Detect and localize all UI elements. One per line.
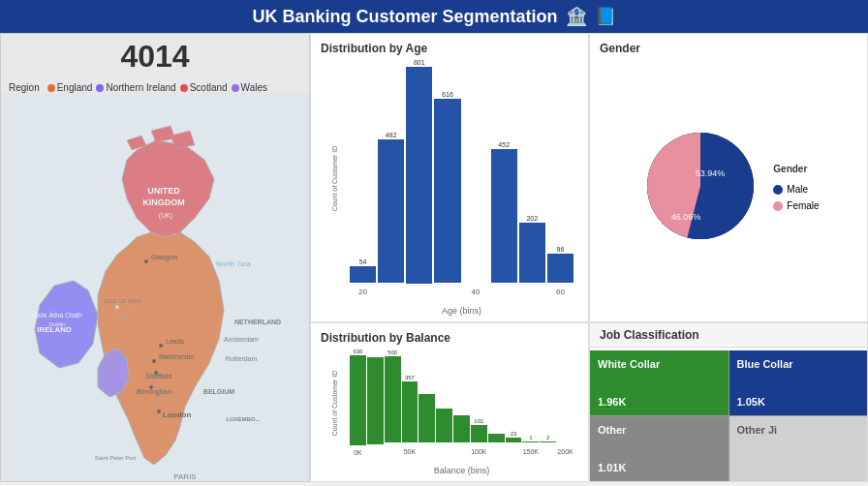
bank-icon: 🏦 xyxy=(566,6,587,27)
male-dot xyxy=(773,185,783,195)
svg-text:Baile Átha Cliath: Baile Átha Cliath xyxy=(32,311,82,319)
age-bar-value-label: 54 xyxy=(359,258,367,265)
wales-dot xyxy=(232,84,239,92)
svg-point-8 xyxy=(152,359,156,363)
age-bar-value-label: 801 xyxy=(414,59,425,66)
svg-text:Glasgow: Glasgow xyxy=(151,254,178,261)
age-bar-x-label: 60 xyxy=(556,285,565,298)
age-bar-rect xyxy=(547,254,574,283)
region-legend: Region England Northern Ireland Scotland… xyxy=(9,82,309,93)
svg-text:ISLE OF MAN: ISLE OF MAN xyxy=(105,298,141,304)
map-svg: UNITED KINGDOM (UK) IRELAND Baile Átha C… xyxy=(1,34,309,481)
svg-text:Saint Peter Port: Saint Peter Port xyxy=(95,455,137,461)
balance-bar-value-label: 101 xyxy=(474,418,483,424)
balance-bar-value-label: 357 xyxy=(405,375,415,380)
legend-northern-ireland: Northern Ireland xyxy=(96,82,175,93)
balance-bar-group: 1150K xyxy=(522,349,539,458)
age-bar-rect xyxy=(491,149,517,283)
svg-text:46.06%: 46.06% xyxy=(671,212,701,222)
svg-text:LUXEMBO...: LUXEMBO... xyxy=(226,416,260,422)
job-other-ji: Other Ji xyxy=(729,416,868,481)
svg-text:Amsterdam: Amsterdam xyxy=(224,336,259,343)
age-bar-rect xyxy=(434,99,460,283)
female-dot xyxy=(773,201,783,211)
book-icon: 📘 xyxy=(595,6,616,27)
age-bar-group: 452 xyxy=(491,59,517,298)
balance-bar-group xyxy=(488,349,505,458)
balance-bar-value-label: 1 xyxy=(529,435,532,440)
svg-text:Birmingham: Birmingham xyxy=(137,388,173,396)
age-y-label: Count of Customer ID xyxy=(332,146,339,212)
svg-point-18 xyxy=(115,305,119,309)
balance-bar-group: 2 xyxy=(540,349,556,458)
balance-bar-group xyxy=(367,349,384,458)
job-other: Other 1.01K xyxy=(590,416,728,481)
age-bar-group: 482 xyxy=(378,59,404,298)
gender-pie: 53.94% 46.06% xyxy=(637,123,763,253)
age-bar-x-label: 20 xyxy=(358,285,367,298)
age-bar-x-label: 40 xyxy=(472,285,480,298)
svg-text:Dublin: Dublin xyxy=(48,321,65,327)
balance-bar-value-label: 636 xyxy=(353,349,362,354)
england-label: England xyxy=(57,82,93,93)
svg-text:Leeds: Leeds xyxy=(166,338,185,345)
white-collar-title: White Collar xyxy=(598,358,721,370)
svg-text:North Sea: North Sea xyxy=(216,259,252,268)
other-title: Other xyxy=(598,424,721,436)
legend-england: England xyxy=(47,82,93,93)
scotland-dot xyxy=(180,84,188,92)
legend-scotland: Scotland xyxy=(180,82,228,93)
age-bar-rect xyxy=(378,139,404,283)
svg-point-14 xyxy=(157,410,161,413)
svg-text:London: London xyxy=(163,410,191,419)
balance-x-label: Balance (bins) xyxy=(350,466,574,475)
age-bar-value-label: 96 xyxy=(557,246,565,253)
map-panel: 4014 Region England Northern Ireland Sco… xyxy=(0,33,310,482)
blue-collar-title: Blue Collar xyxy=(737,358,860,370)
balance-bar-group: 6360K xyxy=(350,349,366,458)
svg-text:Manchester: Manchester xyxy=(159,353,195,360)
svg-point-6 xyxy=(159,344,163,348)
page-header: UK Banking Customer Segmentation 🏦 📘 xyxy=(0,0,868,33)
gender-legend-title: Gender xyxy=(773,164,819,174)
balance-bar-x-label: 100K xyxy=(471,444,486,458)
svg-text:PARIS: PARIS xyxy=(173,472,196,481)
age-bar-rect xyxy=(350,266,376,283)
balance-bar-rect xyxy=(402,381,418,442)
gender-chart: 53.94% 46.06% Gender Male Female xyxy=(600,59,857,316)
balance-bar-rect xyxy=(350,355,366,445)
svg-text:KINGDOM: KINGDOM xyxy=(142,197,185,207)
job-white-collar: White Collar 1.96K xyxy=(590,350,728,415)
balance-bar-rect xyxy=(418,394,435,442)
northern-ireland-dot xyxy=(96,84,104,92)
balance-bar-group: 35750K xyxy=(402,349,418,458)
balance-bar-rect xyxy=(488,434,505,442)
balance-bar-rect xyxy=(385,356,401,442)
blue-collar-value: 1.05K xyxy=(737,396,860,408)
balance-bar-value-label: 500 xyxy=(388,349,397,355)
gender-legend: Gender Male Female xyxy=(773,164,819,211)
scotland-label: Scotland xyxy=(190,82,228,93)
svg-text:(UK): (UK) xyxy=(159,212,172,220)
customer-count-section: 4014 xyxy=(120,39,189,75)
age-bars: 5420482801616404522029660 xyxy=(350,59,574,298)
header-title: UK Banking Customer Segmentation xyxy=(252,7,557,27)
gender-panel-title: Gender xyxy=(600,42,857,55)
customer-count-value: 4014 xyxy=(120,39,189,75)
age-distribution-panel: Distribution by Age Count of Customer ID… xyxy=(310,33,589,322)
svg-point-16 xyxy=(144,259,148,263)
balance-bar-group: 101100K xyxy=(471,349,487,458)
age-bar-value-label: 616 xyxy=(442,91,453,98)
balance-bar-x-label: 150K xyxy=(523,444,539,458)
balance-bar-group xyxy=(436,349,452,458)
balance-bar-rect xyxy=(522,441,539,442)
job-grid: White Collar 1.96K Blue Collar 1.05K Oth… xyxy=(590,350,867,481)
balance-bar-group: 23 xyxy=(506,349,522,458)
svg-text:NETHERLAND: NETHERLAND xyxy=(234,319,281,325)
female-label: Female xyxy=(787,200,819,211)
age-bar-group: 40 xyxy=(463,59,489,298)
age-panel-title: Distribution by Age xyxy=(321,42,578,55)
svg-text:53.94%: 53.94% xyxy=(696,168,726,178)
balance-bar-rect xyxy=(367,357,384,445)
balance-bar-value-label: 23 xyxy=(511,431,517,437)
